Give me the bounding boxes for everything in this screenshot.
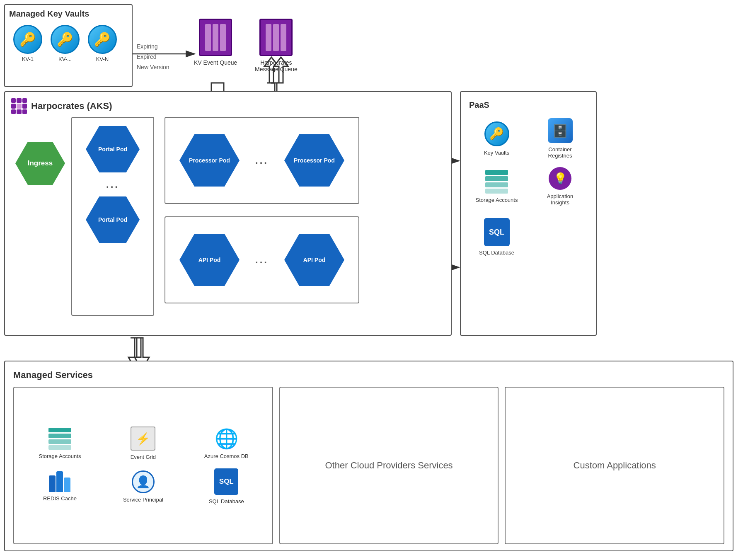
redis-icon: [49, 471, 70, 492]
hq-bar-1: [266, 24, 271, 51]
azure-services-grid: Storage Accounts ⚡ Event Grid 🌐 Azure Co…: [22, 427, 264, 504]
paas-app-insights: 💡 ApplicationInsights: [532, 167, 588, 206]
key-circle-3: 🔑: [88, 25, 117, 54]
ms-event-grid: ⚡ Event Grid: [106, 427, 181, 460]
app-insights-symbol: 💡: [554, 172, 567, 185]
ms-redis-label: REDIS Cache: [43, 495, 77, 502]
portal-pod-1-label: Portal Pod: [98, 146, 127, 153]
queue-bar-2: [213, 24, 218, 51]
ms-sp-label: Service Principal: [123, 497, 163, 503]
harpocrates-queue-box: [259, 19, 293, 56]
key-symbol-paas: 🔑: [489, 127, 504, 141]
ms-sql-icon: SQL: [214, 468, 238, 495]
processor-pod-1: Processor Pod: [179, 134, 240, 187]
harpocrates-queue-label: HarpocratesMessage Queue: [255, 59, 298, 73]
api-pod-1-label: API Pod: [198, 257, 221, 263]
ingress-hexagon: Ingress: [15, 142, 65, 185]
key-circle-2: 🔑: [51, 25, 80, 54]
paas-storage: Storage Accounts: [469, 170, 524, 203]
kv-event-queue-container: KV Event Queue: [194, 19, 237, 66]
api-pods-box: API Pod ... API Pod: [165, 216, 359, 303]
aks-title-row: Harpocrates (AKS): [11, 98, 445, 114]
ms-cosmos-db: 🌐 Azure Cosmos DB: [189, 427, 264, 459]
container-reg-icon: 🗄️: [548, 118, 573, 143]
portal-dots: ...: [106, 179, 119, 190]
portal-pod-2: Portal Pod: [86, 196, 140, 243]
other-cloud-panel: Other Cloud Providers Services: [279, 387, 499, 544]
paas-storage-label: Storage Accounts: [476, 197, 518, 203]
ms-sql: SQL SQL Database: [189, 468, 264, 504]
kv-event-queue-box: [199, 19, 232, 56]
key-circle-1: 🔑: [13, 25, 42, 54]
processor-pod-2: Processor Pod: [284, 134, 344, 187]
api-pod-1: API Pod: [179, 234, 240, 286]
paas-box: PaaS 🔑 Key Vaults 🗄️ ContainerRegistries: [460, 91, 597, 336]
key-icon-1: 🔑: [19, 32, 36, 47]
app-insights-icon: 💡: [549, 167, 571, 190]
service-principal-icon: 👤: [132, 470, 155, 493]
paas-key-vaults-label: Key Vaults: [484, 150, 509, 156]
api-pod-2: API Pod: [284, 234, 344, 286]
ms-sql-label: SQL Database: [209, 498, 244, 504]
sql-db-icon: SQL: [484, 218, 510, 246]
new-version-label: New Version: [137, 62, 169, 73]
ms-cosmos-label: Azure Cosmos DB: [204, 453, 249, 459]
harpocrates-aks-box: Harpocrates (AKS) Ingress Portal Pod ...…: [4, 91, 452, 336]
api-pod-2-label: API Pod: [303, 257, 326, 263]
event-grid-icon: ⚡: [131, 427, 155, 451]
kv-event-queue-label: KV Event Queue: [194, 59, 237, 66]
portal-pods-box: Portal Pod ... Portal Pod: [71, 117, 154, 316]
key-vault-3: 🔑 KV-N: [88, 25, 117, 62]
key-label-1: KV-1: [22, 56, 34, 62]
managed-key-vaults-box: Managed Key Vaults 🔑 KV-1 🔑 KV-... 🔑 KV-…: [4, 4, 133, 87]
processor-dots: ...: [255, 155, 269, 166]
managed-services-title: Managed Services: [13, 370, 724, 381]
paas-title: PaaS: [469, 100, 588, 110]
custom-apps-label: Custom Applications: [574, 460, 656, 471]
api-dots: ...: [255, 254, 269, 266]
expired-label: Expired: [137, 52, 169, 62]
cosmos-db-icon: 🌐: [215, 427, 238, 450]
expiring-label: Expiring: [137, 41, 169, 52]
hq-bar-3: [281, 24, 286, 51]
event-labels: Expiring Expired New Version: [137, 41, 169, 73]
paas-key-vault-icon: 🔑: [484, 121, 509, 146]
ms-storage: Storage Accounts: [22, 428, 97, 459]
paas-key-vaults: 🔑 Key Vaults: [469, 121, 524, 156]
paas-container-reg: 🗄️ ContainerRegistries: [532, 118, 588, 159]
key-vault-2: 🔑 KV-...: [51, 25, 80, 62]
ms-service-principal: 👤 Service Principal: [106, 470, 181, 503]
portal-pod-1: Portal Pod: [86, 126, 140, 172]
portal-pod-2-label: Portal Pod: [98, 216, 127, 223]
ingress-container: Ingress: [15, 142, 65, 185]
diagram-container: Managed Key Vaults 🔑 KV-1 🔑 KV-... 🔑 KV-…: [0, 0, 743, 560]
ms-storage-label: Storage Accounts: [39, 453, 81, 459]
paas-container-reg-label: ContainerRegistries: [548, 146, 572, 159]
paas-items-grid: 🔑 Key Vaults 🗄️ ContainerRegistries: [469, 118, 588, 256]
ingress-label: Ingress: [28, 159, 53, 167]
key-label-2: KV-...: [58, 56, 72, 62]
key-icon-3: 🔑: [94, 32, 111, 47]
custom-apps-panel: Custom Applications: [505, 387, 724, 544]
key-icon-2: 🔑: [57, 32, 73, 47]
processor-pod-1-label: Processor Pod: [189, 157, 230, 164]
processor-pods-box: Processor Pod ... Processor Pod: [165, 117, 359, 204]
harpocrates-queue-container: HarpocratesMessage Queue: [255, 19, 298, 73]
paas-sql-label: SQL Database: [479, 250, 514, 256]
key-label-3: KV-N: [96, 56, 109, 62]
processor-pod-2-label: Processor Pod: [294, 157, 335, 164]
queue-bar-1: [205, 24, 211, 51]
ms-storage-icon: [48, 428, 71, 450]
key-vault-icons: 🔑 KV-1 🔑 KV-... 🔑 KV-N: [9, 25, 128, 62]
managed-services-box: Managed Services Storage Accounts: [4, 361, 733, 551]
kubernetes-icon: [11, 98, 27, 114]
hq-bar-2: [273, 24, 279, 51]
storage-account-icon: [485, 170, 508, 194]
paas-sql: SQL SQL Database: [469, 218, 524, 256]
ms-event-grid-label: Event Grid: [131, 454, 156, 460]
managed-key-vaults-title: Managed Key Vaults: [9, 9, 128, 19]
key-vault-1: 🔑 KV-1: [13, 25, 42, 62]
ms-redis: REDIS Cache: [22, 471, 97, 502]
queue-bar-3: [220, 24, 226, 51]
aks-title: Harpocrates (AKS): [31, 101, 112, 112]
